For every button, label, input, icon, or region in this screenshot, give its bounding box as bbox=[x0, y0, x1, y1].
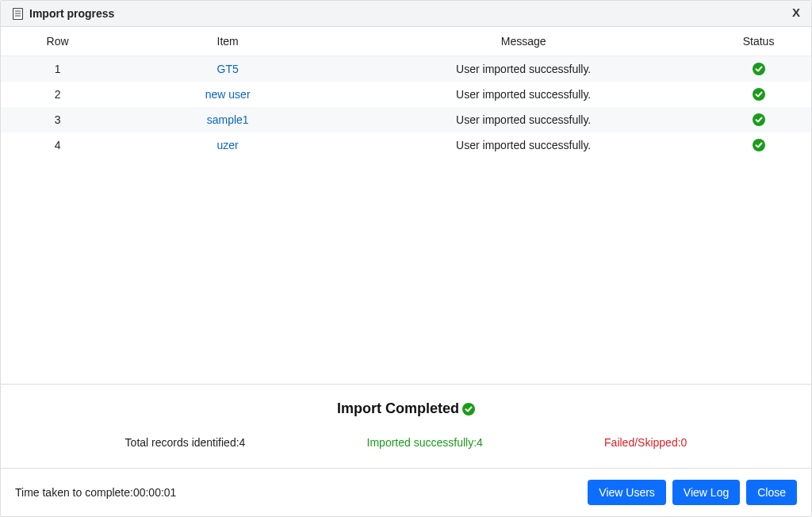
cell-message: User imported successfully. bbox=[341, 82, 706, 107]
cell-item: uzer bbox=[114, 132, 341, 158]
dialog-footer: Time taken to complete:00:00:01 View Use… bbox=[1, 468, 811, 516]
cell-message: User imported successfully. bbox=[341, 56, 706, 82]
dialog-header: Import progress X bbox=[1, 1, 811, 27]
col-header-message: Message bbox=[341, 27, 706, 56]
check-icon bbox=[753, 63, 765, 75]
item-link[interactable]: new user bbox=[205, 88, 251, 101]
cell-status bbox=[706, 82, 811, 107]
document-icon bbox=[12, 7, 23, 20]
item-link[interactable]: uzer bbox=[217, 139, 239, 151]
cell-row: 3 bbox=[1, 107, 114, 132]
cell-item: sample1 bbox=[114, 107, 341, 132]
time-taken-label: Time taken to complete: bbox=[15, 486, 133, 499]
stats-row: Total records identified:4 Imported succ… bbox=[17, 436, 795, 449]
stat-fail-label: Failed/Skipped: bbox=[604, 436, 681, 449]
cell-row: 2 bbox=[1, 82, 114, 107]
table-row: 4uzerUser imported successfully. bbox=[1, 132, 811, 158]
check-icon bbox=[753, 113, 765, 126]
results-table: Row Item Message Status 1GT5User importe… bbox=[1, 27, 811, 158]
cell-row: 1 bbox=[1, 56, 114, 82]
stat-success: Imported successfully:4 bbox=[367, 436, 483, 449]
cell-status bbox=[706, 56, 811, 82]
view-log-button[interactable]: View Log bbox=[672, 480, 740, 505]
check-icon bbox=[753, 139, 765, 151]
col-header-status: Status bbox=[706, 27, 811, 56]
time-taken-value: 00:00:01 bbox=[133, 486, 177, 499]
check-icon bbox=[753, 88, 765, 101]
stat-total-label: Total records identified: bbox=[125, 436, 239, 449]
summary-title-row: Import Completed bbox=[17, 400, 795, 417]
time-taken: Time taken to complete:00:00:01 bbox=[15, 486, 176, 499]
col-header-item: Item bbox=[114, 27, 341, 56]
table-row: 2new userUser imported successfully. bbox=[1, 82, 811, 107]
view-users-button[interactable]: View Users bbox=[588, 480, 666, 505]
check-icon bbox=[462, 403, 475, 416]
stat-total: Total records identified:4 bbox=[125, 436, 246, 449]
close-icon[interactable]: X bbox=[792, 6, 800, 19]
footer-buttons: View Users View Log Close bbox=[588, 480, 797, 505]
stat-success-value: 4 bbox=[477, 436, 483, 449]
stat-success-label: Imported successfully: bbox=[367, 436, 477, 449]
cell-row: 4 bbox=[1, 132, 114, 158]
cell-item: new user bbox=[114, 82, 341, 107]
item-link[interactable]: sample1 bbox=[207, 113, 249, 126]
summary-title: Import Completed bbox=[337, 400, 459, 417]
cell-message: User imported successfully. bbox=[341, 132, 706, 158]
summary-panel: Import Completed Total records identifie… bbox=[1, 384, 811, 468]
table-row: 3sample1User imported successfully. bbox=[1, 107, 811, 132]
col-header-row: Row bbox=[1, 27, 114, 56]
stat-fail: Failed/Skipped:0 bbox=[604, 436, 687, 449]
cell-status bbox=[706, 107, 811, 132]
cell-item: GT5 bbox=[114, 56, 341, 82]
cell-message: User imported successfully. bbox=[341, 107, 706, 132]
stat-total-value: 4 bbox=[239, 436, 246, 449]
table-row: 1GT5User imported successfully. bbox=[1, 56, 811, 82]
dialog-title: Import progress bbox=[29, 7, 114, 20]
close-button[interactable]: Close bbox=[746, 480, 797, 505]
stat-fail-value: 0 bbox=[681, 436, 688, 449]
item-link[interactable]: GT5 bbox=[217, 63, 239, 75]
table-header-row: Row Item Message Status bbox=[1, 27, 811, 56]
results-table-wrap: Row Item Message Status 1GT5User importe… bbox=[1, 27, 811, 384]
cell-status bbox=[706, 132, 811, 158]
